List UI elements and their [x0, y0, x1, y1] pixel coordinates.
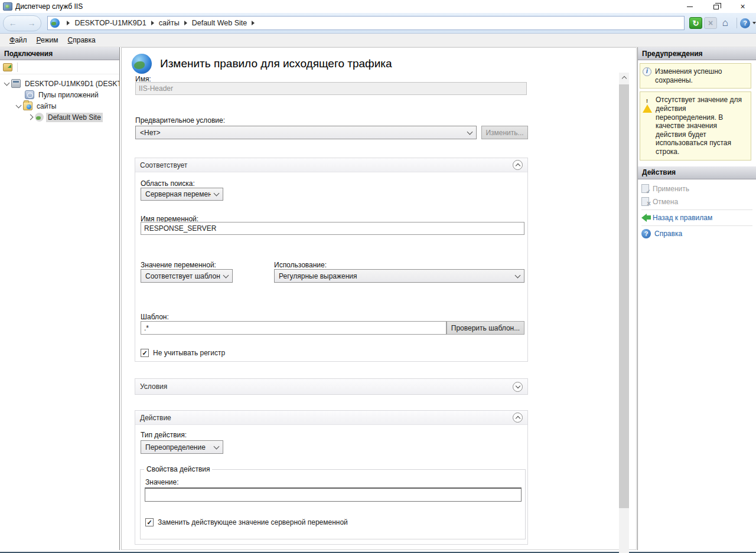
- chevron-down-icon: [214, 191, 220, 197]
- variable-value-label: Значение переменной:: [141, 261, 216, 269]
- ignore-case-checkbox-row[interactable]: ✓ Не учитывать регистр: [141, 349, 225, 357]
- stop-icon: ×: [708, 18, 713, 28]
- save-connection-icon[interactable]: [3, 63, 12, 71]
- chevron-down-icon[interactable]: [4, 80, 10, 86]
- chevron-down-icon: [515, 383, 520, 388]
- collapse-button[interactable]: [513, 160, 523, 170]
- help-button[interactable]: ?: [740, 18, 750, 28]
- test-pattern-label: Проверить шаблон...: [451, 324, 520, 332]
- help-dropdown-icon[interactable]: [752, 22, 756, 24]
- pattern-label: Шаблон:: [141, 313, 169, 321]
- breadcrumb-default-web-site[interactable]: Default Web Site: [192, 19, 247, 27]
- checkbox-checked-icon[interactable]: ✓: [141, 349, 149, 357]
- value-input[interactable]: [145, 487, 522, 502]
- breadcrumb-arrow-icon: [184, 21, 187, 25]
- scope-label: Область поиска:: [141, 179, 195, 188]
- forward-icon: →: [28, 18, 36, 28]
- connections-toolbar: [0, 60, 119, 74]
- scope-select[interactable]: Серверная переменн: [141, 188, 223, 201]
- action-type-select[interactable]: Переопределение: [141, 440, 223, 454]
- chevron-down-icon[interactable]: [16, 102, 22, 108]
- minimize-icon: [687, 6, 693, 7]
- variable-value-select[interactable]: Соответствует шаблону: [141, 269, 233, 283]
- variable-name-input[interactable]: [141, 222, 524, 235]
- chevron-right-icon[interactable]: [28, 114, 34, 120]
- chevron-down-icon: [214, 443, 220, 449]
- stop-button: ×: [704, 17, 717, 29]
- ignore-case-label: Не учитывать регистр: [153, 349, 225, 357]
- action-properties-group: Свойства действия Значение: ✓ Заменить д…: [140, 469, 526, 539]
- toolbar-separator: [17, 63, 18, 72]
- application-pools-icon: [25, 90, 34, 99]
- action-label: Справка: [654, 230, 682, 238]
- restore-button[interactable]: [703, 0, 729, 13]
- close-button[interactable]: ×: [729, 0, 756, 13]
- actions-separator: [641, 210, 752, 210]
- precondition-label: Предварительное условие:: [135, 116, 225, 125]
- home-button[interactable]: ⌂: [719, 17, 732, 29]
- precondition-select[interactable]: <Нет>: [135, 126, 477, 139]
- info-icon: i: [643, 67, 651, 76]
- action-back-to-rules[interactable]: Назад к правилам: [638, 211, 756, 224]
- replace-checkbox-row[interactable]: ✓ Заменить действующее значение серверно…: [145, 518, 348, 526]
- tree-item-label: сайты: [35, 102, 58, 111]
- menu-view[interactable]: Режим: [32, 34, 63, 46]
- pattern-input[interactable]: [141, 321, 447, 335]
- minimize-button[interactable]: [676, 0, 703, 13]
- server-icon: [11, 79, 21, 88]
- vertical-scrollbar[interactable]: [619, 73, 629, 553]
- help-icon: ?: [641, 229, 651, 238]
- scroll-up-button[interactable]: [619, 73, 629, 83]
- actions-header: Действия: [638, 166, 756, 179]
- action-type-value: Переопределение: [145, 443, 211, 451]
- refresh-button[interactable]: ↻: [689, 17, 702, 29]
- tree-item-sites[interactable]: сайты: [0, 100, 119, 112]
- connections-header: Подключения: [0, 47, 119, 60]
- variable-value-value: Соответствует шаблону: [145, 272, 220, 280]
- match-section-header: Соответствует: [135, 158, 527, 172]
- breadcrumb: DESKTOP-U1MK9D1 сайты Default Web Site: [47, 16, 685, 30]
- using-value: Регулярные выражения: [279, 272, 512, 280]
- menu-help[interactable]: Справка: [63, 34, 100, 46]
- close-icon: ×: [740, 2, 745, 11]
- tree-item-label: DESKTOP-U1MK9D1 (DESKTOP: [23, 79, 119, 89]
- alert-warning: ! Отсутствует значение для действия пере…: [640, 91, 751, 160]
- menu-bar: Файл Режим Справка: [0, 34, 756, 47]
- chevron-up-icon: [515, 416, 520, 421]
- breadcrumb-sites[interactable]: сайты: [159, 19, 180, 27]
- restore-icon: [713, 5, 719, 9]
- globe-icon: [50, 18, 60, 28]
- expand-button[interactable]: [513, 382, 523, 392]
- test-pattern-button[interactable]: Проверить шаблон...: [447, 321, 524, 335]
- tree-item-default-web-site[interactable]: Default Web Site: [0, 112, 119, 123]
- alert-warning-text: Отсутствует значение для действия переоп…: [656, 96, 747, 156]
- connections-tree: DESKTOP-U1MK9D1 (DESKTOP Пулы приложений…: [0, 74, 119, 123]
- conditions-header-label: Условия: [140, 382, 513, 391]
- action-label: Применить: [653, 185, 689, 193]
- tree-item-label: Пулы приложений: [37, 90, 100, 100]
- tree-item-server[interactable]: DESKTOP-U1MK9D1 (DESKTOP: [0, 78, 119, 89]
- sites-folder-icon: [23, 102, 32, 110]
- action-type-label: Тип действия:: [141, 431, 187, 439]
- action-apply: Применить: [638, 182, 756, 195]
- edit-precondition-button: Изменить...: [481, 126, 528, 139]
- breadcrumb-server[interactable]: DESKTOP-U1MK9D1: [74, 19, 146, 27]
- action-help[interactable]: ? Справка: [638, 227, 756, 240]
- menu-file[interactable]: Файл: [5, 34, 32, 46]
- chevron-down-icon: [467, 129, 473, 135]
- iis-manager-window: Диспетчер служб IIS × ← → DESKTOP-U1MK9D…: [0, 0, 756, 553]
- home-icon: ⌂: [722, 17, 728, 29]
- site-globe-icon: [35, 113, 44, 122]
- action-header-label: Действие: [140, 414, 513, 422]
- tree-item-app-pools[interactable]: Пулы приложений: [0, 89, 119, 100]
- action-section: Действие Тип действия: Переопределение С…: [135, 410, 528, 545]
- using-select[interactable]: Регулярные выражения: [274, 269, 524, 283]
- scrollbar-thumb[interactable]: [619, 84, 629, 508]
- back-arrow-icon: [641, 214, 647, 222]
- collapse-button[interactable]: [513, 413, 523, 423]
- checkbox-checked-icon[interactable]: ✓: [145, 518, 154, 526]
- replace-label: Заменить действующее значение серверной …: [158, 518, 348, 526]
- chevron-down-icon: [515, 272, 521, 278]
- conditions-section-header: Условия: [135, 379, 527, 394]
- conditions-section: Условия: [135, 378, 528, 395]
